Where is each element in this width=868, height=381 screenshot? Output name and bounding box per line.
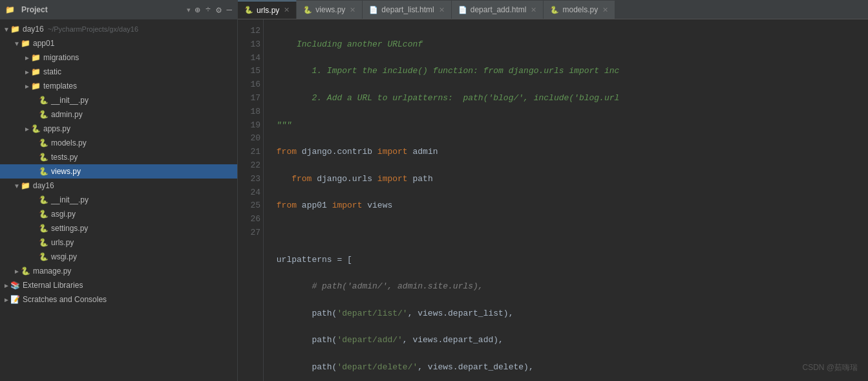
tree-label-wsgi: wsgi.py [51,252,77,261]
tree-label-day16-sub: day16 [33,181,54,190]
line-num-26: 26 [243,213,260,226]
tree-label-day16: day16 [23,25,44,34]
kw-from-18: from [277,201,297,210]
tree-item-asgi[interactable]: 🐍 asgi.py [0,207,237,221]
fold-icon-18[interactable] [271,201,277,210]
code-indent-22: path( [271,309,337,318]
line-num-13: 13 [243,38,260,52]
code-text-18: views [362,201,392,210]
tree-item-ext-libs[interactable]: ► 📚 External Libraries [0,278,237,292]
line-num-14: 14 [243,52,260,65]
tree-item-apps[interactable]: ► 🐍 apps.py [0,122,237,136]
tree-label-apps: apps.py [43,124,70,133]
code-line-20: urlpatterns = [ [271,254,863,267]
code-editor[interactable]: 12 13 14 15 16 17 18 19 20 21 22 23 24 2… [238,19,868,381]
tab-close-urls[interactable]: ✕ [284,6,290,14]
tree-item-static[interactable]: ► 📁 static [0,65,237,79]
icon-scratches: 📝 [10,295,20,304]
tree-item-views[interactable]: 🐍 views.py [0,164,237,179]
py-icon-urls: 🐍 [39,238,48,247]
py-icon-apps: 🐍 [31,124,41,133]
fold-icon-15[interactable] [271,120,277,130]
tree-label-scratches: Scratches and Consoles [23,295,107,304]
line-num-20: 20 [243,132,260,146]
tab-close-depart-add[interactable]: ✕ [531,6,536,14]
code-docstring-14: 2. Add a URL to urlpatterns: path('blog/… [312,93,619,103]
arrow-apps: ► [23,125,31,133]
folder-icon-templates: 📁 [31,82,41,91]
line-num-12: 12 [243,25,260,38]
fold-icon-20[interactable] [271,255,277,265]
line-num-15: 15 [243,65,260,78]
split-icon[interactable]: ÷ [206,5,211,16]
line-num-19: 19 [243,119,260,133]
tree-item-manage[interactable]: ► 🐍 manage.py [0,264,237,278]
code-indent-24: path( [271,362,337,372]
tree-item-day16-sub[interactable]: ▼ 📁 day16 [0,179,237,193]
line-num-18: 18 [243,105,260,119]
tab-close-views[interactable]: ✕ [350,6,355,14]
code-text-15: """ [277,120,291,130]
tree-item-init-day16[interactable]: 🐍 __init__.py [0,193,237,207]
tree-item-models[interactable]: 🐍 models.py [0,136,237,150]
sidebar-header: 📁 Project ▾ ⊕ ÷ ⚙ — [0,0,237,19]
sidebar-tree: ▼ 📁 day16 ~/PycharmProjects/gx/day16 ▼ 📁… [0,19,237,381]
code-str-22: 'depart/list/' [337,309,407,318]
tab-urls[interactable]: 🐍 urls.py ✕ [238,1,297,19]
tab-label-models: models.py [562,5,598,14]
tabs-bar: 🐍 urls.py ✕ 🐍 views.py ✕ 📄 depart_list.h… [238,0,868,19]
tree-item-templates[interactable]: ► 📁 templates [0,79,237,93]
tree-item-migrations[interactable]: ► 📁 migrations [0,50,237,65]
code-content[interactable]: Including another URLconf 1. Import the … [264,19,868,381]
tab-depart-list[interactable]: 📄 depart_list.html ✕ [363,1,451,19]
code-line-14: 2. Add a URL to urlpatterns: path('blog/… [271,92,863,105]
fold-icon-16[interactable] [271,147,277,157]
py-icon-init-day16: 🐍 [39,195,48,204]
icon-ext-libs: 📚 [10,281,20,290]
py-icon-models: 🐍 [39,138,48,147]
tab-depart-add[interactable]: 📄 depart_add.html ✕ [452,1,544,19]
tree-item-settings[interactable]: 🐍 settings.py [0,221,237,235]
line-num-17: 17 [243,92,260,105]
arrow-templates: ► [23,83,31,90]
tree-label-admin: admin.py [51,110,83,119]
add-icon[interactable]: ⊕ [195,5,200,16]
watermark: CSDN @茹嗨瑞 [802,362,858,373]
tree-item-tests[interactable]: 🐍 tests.py [0,150,237,164]
kw-import-17: import [377,174,408,184]
sidebar-title: Project [21,5,183,14]
tab-icon-models: 🐍 [550,6,559,14]
code-line-13: 1. Import the include() function: from d… [271,65,863,78]
code-text-19 [271,228,277,237]
tree-item-wsgi[interactable]: 🐍 wsgi.py [0,250,237,264]
tree-label-init-app: __init__.py [51,96,89,105]
tab-views[interactable]: 🐍 views.py ✕ [297,1,363,19]
line-num-21: 21 [243,146,260,159]
arrow-migrations: ► [23,54,31,61]
py-icon-init-app: 🐍 [39,96,48,105]
tree-item-day16[interactable]: ▼ 📁 day16 ~/PycharmProjects/gx/day16 [0,22,237,36]
code-indent-17 [271,174,291,184]
tab-close-depart-list[interactable]: ✕ [439,6,445,14]
code-line-23: path('depart/add/', views.depart_add), [271,334,863,347]
tree-item-admin[interactable]: 🐍 admin.py [0,107,237,122]
tab-close-models[interactable]: ✕ [602,6,608,14]
tree-item-init-app[interactable]: 🐍 __init__.py [0,93,237,107]
tree-item-scratches[interactable]: ► 📝 Scratches and Consoles [0,292,237,307]
tree-item-urls[interactable]: 🐍 urls.py [0,235,237,250]
folder-icon-day16: 📁 [10,25,20,34]
code-comment-21: # path('admin/', admin.site.urls), [312,281,483,291]
arrow-manage: ► [13,268,21,275]
line-num-27: 27 [243,226,260,240]
code-text-13 [271,66,312,76]
minimize-icon[interactable]: — [227,5,232,16]
fold-icon-12[interactable] [271,39,277,49]
settings-icon[interactable]: ⚙ [216,5,221,16]
line-num-23: 23 [243,173,260,186]
code-text-12: Including another URLconf [277,39,423,49]
tab-models[interactable]: 🐍 models.py ✕ [544,1,615,19]
code-line-24: path('depart/delete/', views.depart_dele… [271,361,863,375]
code-text-23: , views.depart_add), [403,335,503,345]
line-num-25: 25 [243,199,260,213]
tree-item-app01[interactable]: ▼ 📁 app01 [0,36,237,50]
